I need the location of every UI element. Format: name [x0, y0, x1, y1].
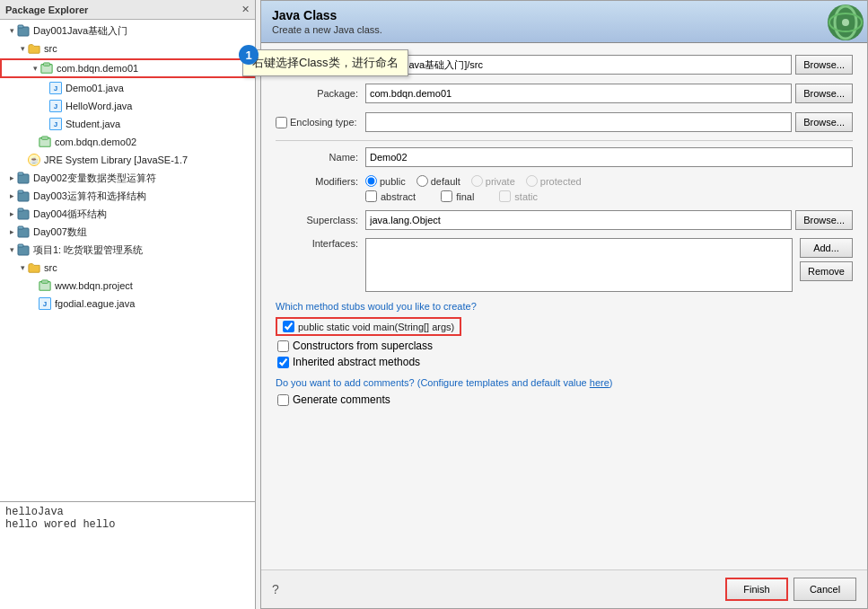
dialog-footer: ? Finish Cancel	[261, 569, 867, 608]
tree-item[interactable]: Day007数组	[0, 223, 255, 241]
svg-rect-5	[42, 137, 48, 140]
comments-link[interactable]: here	[590, 377, 609, 388]
superclass-input[interactable]	[365, 210, 792, 230]
tree-label: HelloWord.java	[66, 101, 132, 111]
tree-label: Day003运算符和选择结构	[33, 190, 146, 203]
tree-item[interactable]: J Demo01.java	[0, 79, 255, 97]
interfaces-row: Interfaces: Add... Remove	[276, 238, 853, 292]
tree-item[interactable]: src	[0, 40, 255, 57]
tree-item[interactable]: J Student.java	[0, 115, 255, 133]
remove-interface-button[interactable]: Remove	[800, 261, 853, 281]
finish-button[interactable]: Finish	[725, 578, 788, 601]
expand-arrow[interactable]	[7, 26, 16, 35]
tree-item[interactable]: com.bdqn.demo02	[0, 133, 255, 151]
console-line-1: helloJava	[5, 506, 250, 518]
radio-public[interactable]: public	[365, 175, 406, 187]
tree-item[interactable]: Day004循环结构	[0, 205, 255, 223]
svg-rect-9	[18, 190, 23, 193]
svg-rect-11	[18, 208, 23, 211]
stub-main-label: public static void main(String[] args)	[298, 322, 454, 332]
superclass-label: Superclass:	[276, 215, 365, 225]
tree-label: src	[44, 43, 57, 54]
browse-package-button[interactable]: Browse...	[795, 84, 853, 103]
expand-arrow[interactable]	[31, 64, 39, 73]
tree-item[interactable]: src	[0, 259, 255, 277]
expand-arrow[interactable]	[7, 191, 16, 200]
tree-label: Day002变量数据类型运算符	[33, 172, 156, 185]
tree-item[interactable]: ☕ JRE System Library [JavaSE-1.7	[0, 151, 255, 169]
help-button[interactable]: ?	[272, 582, 279, 596]
enclosing-type-row: Enclosing type: Browse...	[276, 111, 853, 133]
tooltip-box: 右键选择Class类，进行命名	[242, 49, 408, 76]
name-input[interactable]	[365, 147, 853, 167]
dialog-body: Source folder: Browse... Package: Browse…	[261, 43, 867, 569]
tree-item[interactable]: Day002变量数据类型运算符	[0, 169, 255, 187]
checkbox-final[interactable]: final	[441, 190, 474, 202]
stub-main-row: public static void main(String[] args)	[276, 317, 853, 336]
source-folder-input[interactable]	[365, 55, 792, 75]
project-icon	[16, 23, 31, 38]
tree-label: Day001Java基础入门	[33, 24, 127, 38]
java-class-dialog: Java Class Create a new Java class. Sour…	[260, 0, 868, 609]
eclipse-logo	[826, 3, 865, 42]
dialog-title: Java Class	[272, 8, 856, 22]
browse-source-folder-button[interactable]: Browse...	[795, 55, 853, 75]
package-input[interactable]	[365, 84, 792, 103]
expand-arrow[interactable]	[7, 245, 16, 254]
radio-private[interactable]: private	[471, 175, 515, 187]
stub-main-checkbox[interactable]	[283, 321, 294, 332]
name-label: Name:	[276, 152, 365, 163]
tree-item[interactable]: J fgodial.eague.java	[0, 295, 255, 313]
close-icon[interactable]: ✕	[241, 4, 250, 15]
add-interface-button[interactable]: Add...	[800, 238, 853, 258]
browse-enclosing-button[interactable]: Browse...	[795, 112, 853, 132]
stub-inherited-label: Inherited abstract methods	[293, 356, 420, 368]
tree-item-package-demo01[interactable]: com.bdqn.demo01	[0, 57, 255, 79]
browse-superclass-button[interactable]: Browse...	[795, 210, 853, 230]
interfaces-area	[365, 238, 793, 292]
generate-comments-checkbox[interactable]	[277, 394, 289, 406]
modifiers-row: Modifiers: public default private	[276, 175, 853, 202]
expand-arrow[interactable]	[7, 227, 16, 236]
tree-item[interactable]: www.bdqn.project	[0, 277, 255, 295]
checkbox-static[interactable]: static	[499, 190, 538, 202]
tree-item[interactable]: Day001Java基础入门	[0, 22, 255, 40]
tree-item[interactable]: Day003运算符和选择结构	[0, 187, 255, 205]
tree-item[interactable]: 项目1: 吃货联盟管理系统	[0, 241, 255, 259]
radio-protected[interactable]: protected	[526, 175, 582, 187]
comments-section: Do you want to add comments? (Configure …	[276, 377, 853, 406]
tree-container: Day001Java基础入门 src com	[0, 20, 255, 501]
interfaces-buttons: Add... Remove	[796, 238, 853, 281]
expand-arrow[interactable]	[7, 209, 16, 218]
enclosing-type-input[interactable]	[365, 112, 792, 132]
generate-comments-label: Generate comments	[293, 393, 390, 406]
enclosing-type-label: Enclosing type:	[276, 117, 365, 128]
enclosing-type-checkbox[interactable]	[276, 117, 287, 128]
name-row: Name:	[276, 146, 853, 168]
expand-arrow[interactable]	[18, 263, 27, 272]
svg-rect-3	[44, 63, 50, 66]
stub-inherited-checkbox[interactable]	[277, 357, 289, 368]
svg-rect-15	[18, 244, 23, 247]
tree-label: fgodial.eague.java	[55, 298, 135, 309]
package-row: Package: Browse...	[276, 83, 853, 104]
cancel-button[interactable]: Cancel	[793, 578, 856, 601]
tree-label: Day004循环结构	[33, 207, 107, 221]
java-icon: J	[38, 296, 52, 311]
console-line-2: hello wored hello	[5, 518, 250, 531]
tree-label: www.bdqn.project	[55, 280, 133, 291]
superclass-row: Superclass: Browse...	[276, 209, 853, 231]
stub-constructors-checkbox[interactable]	[277, 340, 289, 352]
tree-label: Student.java	[66, 119, 120, 129]
expand-arrow[interactable]	[18, 44, 27, 53]
package-icon	[38, 135, 52, 149]
panel-header: Package Explorer ✕	[0, 0, 255, 20]
stub-constructors-label: Constructors from superclass	[293, 340, 433, 352]
checkbox-abstract[interactable]: abstract	[365, 190, 416, 202]
radio-default[interactable]: default	[416, 175, 460, 187]
package-icon	[38, 278, 52, 293]
folder-icon	[27, 260, 41, 275]
svg-rect-13	[18, 226, 23, 229]
expand-arrow[interactable]	[7, 173, 16, 182]
tree-item[interactable]: J HelloWord.java	[0, 97, 255, 115]
